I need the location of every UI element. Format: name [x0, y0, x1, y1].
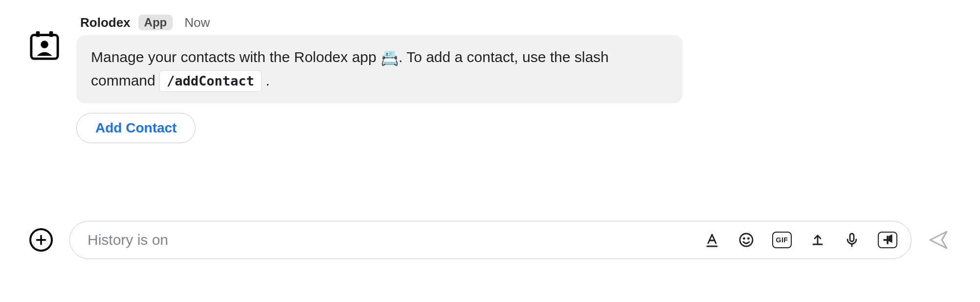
svg-point-3 — [41, 41, 48, 48]
svg-rect-1 — [36, 31, 40, 37]
compose-pill: GIF — [69, 221, 912, 259]
send-icon[interactable] — [928, 230, 949, 250]
svg-point-4 — [740, 234, 753, 246]
rolodex-emoji-icon: 📇 — [380, 50, 399, 66]
message-column: Rolodex App Now Manage your contacts wit… — [76, 15, 683, 143]
message-text-1: Manage your contacts with the Rolodex ap… — [91, 49, 380, 65]
gif-label: GIF — [776, 236, 788, 244]
message-bubble: Manage your contacts with the Rolodex ap… — [76, 35, 683, 103]
plus-icon[interactable] — [29, 228, 53, 252]
compose-toolbar: GIF — [704, 232, 897, 248]
video-create-icon[interactable] — [878, 232, 897, 248]
svg-rect-7 — [850, 234, 854, 241]
message-timestamp: Now — [184, 15, 210, 30]
contact-avatar-icon — [29, 30, 60, 61]
emoji-icon[interactable] — [738, 232, 755, 248]
gif-icon[interactable]: GIF — [772, 232, 792, 248]
add-contact-button[interactable]: Add Contact — [76, 113, 196, 143]
message-row: Rolodex App Now Manage your contacts wit… — [29, 15, 683, 143]
app-badge: App — [138, 15, 173, 30]
message-text-3: . — [262, 72, 270, 88]
svg-rect-2 — [49, 31, 53, 37]
compose-row: GIF — [29, 221, 949, 259]
mic-icon[interactable] — [844, 232, 860, 248]
upload-icon[interactable] — [809, 232, 826, 248]
svg-point-6 — [748, 237, 750, 239]
svg-point-5 — [743, 237, 745, 239]
compose-input[interactable] — [87, 231, 704, 249]
text-format-icon[interactable] — [704, 232, 720, 248]
slash-command-chip: /addContact — [159, 70, 262, 92]
message-header: Rolodex App Now — [80, 15, 683, 30]
sender-name: Rolodex — [80, 15, 131, 30]
